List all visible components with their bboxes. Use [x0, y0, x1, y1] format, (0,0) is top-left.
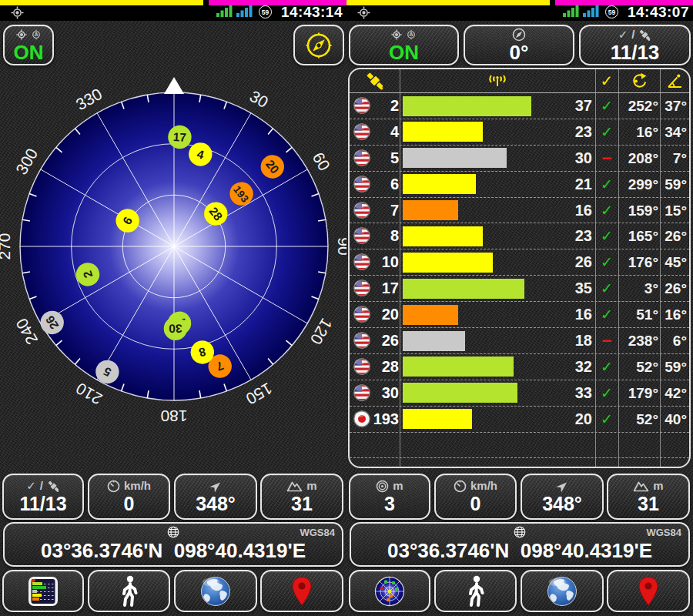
elevation-value: 7° [660, 146, 687, 171]
coordinates-bar[interactable]: WGS84 03°36.3746'N 098°40.4319'E [350, 522, 690, 567]
elevation-value: 59° [660, 172, 687, 197]
azimuth-value: 51° [618, 302, 658, 327]
coordinates-bar[interactable]: WGS84 03°36.3746'N 098°40.4319'E [3, 522, 343, 567]
svg-text:193: 193 [231, 184, 251, 205]
globe-earth-icon [546, 575, 578, 608]
snr-bar [403, 148, 507, 168]
location-icon [391, 29, 402, 40]
satellite-prn: 6 [368, 172, 399, 197]
used-in-fix-flag: − [595, 146, 618, 171]
snr-value: 30 [515, 146, 592, 171]
satellite-table-screen: 59 14:43:07 A ON 0° ✓ / 11/13 ✓ [346, 0, 693, 616]
agps-icon: A [31, 29, 42, 40]
cell-signal-icon [563, 5, 581, 17]
location-icon [16, 29, 27, 40]
snr-bar [403, 279, 524, 299]
used-in-fix-flag: ✓ [595, 249, 618, 275]
walking-person-icon [466, 575, 486, 608]
nav-location-button[interactable] [260, 570, 343, 612]
satellite-prn: 2 [368, 93, 399, 119]
speed-box[interactable]: km/h 0 [434, 474, 517, 520]
check-icon: ✓ [26, 479, 36, 493]
gps-toggle-label: ON [14, 42, 44, 62]
svg-text:90: 90 [335, 237, 346, 255]
compass-button[interactable] [293, 25, 344, 65]
used-in-fix-flag: ✓ [595, 172, 618, 197]
bearing-box[interactable]: 348° [521, 474, 604, 520]
used-in-fix-flag: ✓ [595, 119, 618, 145]
satellite-prn: 26 [368, 328, 399, 353]
snr-bar [403, 122, 483, 142]
gps-toggle-button[interactable]: A ON [3, 25, 54, 65]
datum-label: WGS84 [646, 527, 681, 538]
nav-map-button[interactable] [521, 570, 604, 612]
snr-value: 35 [515, 276, 592, 301]
azimuth-value: 52° [618, 354, 658, 380]
altitude-box[interactable]: m 31 [607, 474, 690, 520]
nav-location-button[interactable] [607, 570, 690, 612]
satellite-row: 2618−238°6° [350, 328, 689, 354]
svg-text:4: 4 [196, 147, 206, 162]
snr-value: 16 [515, 198, 592, 223]
datum-label: WGS84 [300, 527, 335, 538]
satellite-row: 530−208°7° [350, 146, 689, 172]
skyplot-screen: 59 14:43:14 3060901201501802102402703003… [0, 0, 346, 616]
clock: 14:43:07 [628, 4, 689, 21]
data-signal-icon [236, 5, 254, 17]
satellites-used-box[interactable]: ✓ / 11/13 [2, 474, 84, 520]
snr-value: 37 [515, 93, 592, 119]
svg-text:26: 26 [43, 313, 62, 332]
satellite-prn: 10 [368, 249, 399, 275]
snr-bar [403, 383, 517, 403]
bearing-box[interactable]: 348° [174, 474, 257, 520]
svg-text:150: 150 [243, 380, 276, 408]
satellite-row: 237✓252°37° [350, 93, 689, 119]
battery-icon: 59 [605, 5, 618, 18]
clock: 14:43:14 [281, 4, 343, 21]
elevation-column-icon [666, 72, 684, 90]
used-in-fix-flag: ✓ [595, 198, 618, 223]
svg-text:210: 210 [73, 380, 105, 408]
used-in-fix-flag: ✓ [595, 354, 618, 380]
accuracy-unit: m [393, 479, 403, 493]
slash-separator: / [40, 479, 43, 493]
skyplot-icon [373, 575, 406, 608]
snr-value: 32 [515, 354, 592, 380]
svg-text:6: 6 [120, 214, 135, 226]
svg-text:30: 30 [247, 87, 272, 112]
svg-text:10: 10 [172, 316, 186, 330]
overlay-strip-magenta [209, 0, 346, 5]
elevation-value: 42° [660, 380, 687, 406]
speed-unit: km/h [124, 479, 151, 493]
satellite-icon [638, 28, 651, 42]
accuracy-box[interactable]: m 3 [349, 474, 430, 520]
speed-box[interactable]: km/h 0 [88, 474, 170, 520]
gps-status-icon [357, 6, 370, 19]
nav-signal-list-button[interactable] [2, 570, 84, 612]
satellite-table-header: ✓ [350, 69, 689, 93]
speed-value: 0 [124, 494, 135, 514]
nav-walk-button[interactable] [88, 570, 170, 612]
nav-map-button[interactable] [174, 570, 257, 612]
speed-unit: km/h [470, 479, 497, 493]
altitude-box[interactable]: m 31 [260, 474, 343, 520]
bearing-value: 348° [542, 494, 582, 514]
compass-icon [303, 30, 334, 61]
azimuth-value: 238° [618, 328, 658, 353]
fix-ratio-box[interactable]: ✓ / 11/13 [579, 25, 691, 65]
nav-skyplot-button[interactable] [349, 570, 430, 612]
snr-value: 33 [515, 380, 592, 406]
map-pin-icon [637, 576, 660, 607]
gps-toggle-button[interactable]: A ON [349, 25, 459, 65]
bearing-arrow-icon [209, 480, 223, 493]
svg-text:120: 120 [307, 316, 336, 348]
nav-walk-button[interactable] [434, 570, 517, 612]
azimuth-value: 52° [618, 407, 658, 432]
used-column-icon: ✓ [595, 69, 618, 92]
heading-box[interactable]: 0° [464, 25, 574, 65]
satellite-prn: 20 [368, 302, 399, 327]
empty-row [350, 458, 689, 468]
snr-bar [403, 96, 531, 116]
azimuth-value: 299° [618, 172, 658, 197]
svg-text:270: 270 [0, 233, 13, 259]
